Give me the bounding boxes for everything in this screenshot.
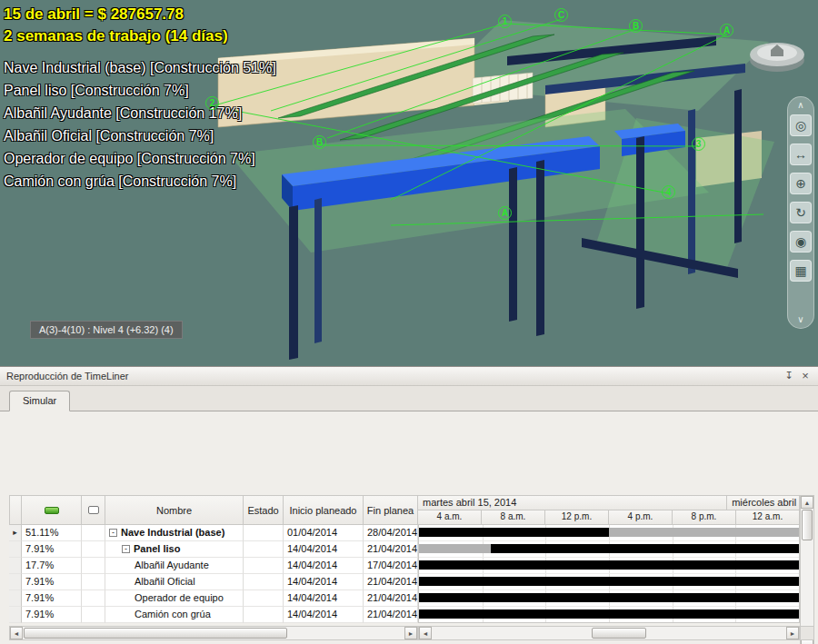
comment-cell[interactable] — [82, 541, 105, 558]
header-estado[interactable]: Estado — [244, 495, 284, 525]
collapse-icon[interactable]: - — [122, 545, 130, 553]
grid-axis-label: B — [313, 135, 326, 149]
gantt-tick-headers: 4 a.m.8 a.m.12 p.m.4 p.m.8 p.m.12 a.m. — [418, 510, 800, 525]
scroll-right-icon[interactable]: ► — [404, 627, 417, 639]
gantt-tick-label: 4 p.m. — [609, 510, 673, 525]
grid-axis-label: 3 — [692, 137, 705, 151]
gantt-task-bar — [419, 560, 799, 570]
gantt-task-bar — [419, 593, 799, 602]
gantt-task-bar — [419, 577, 799, 586]
gantt-row — [419, 558, 799, 574]
task-name-cell[interactable]: -Nave Industrial (base) — [105, 525, 244, 541]
task-name-cell[interactable]: Albañil Oficial — [105, 574, 244, 590]
estado-cell — [244, 590, 284, 607]
progress-bar-icon — [45, 507, 59, 514]
gantt-horizontal-scrollbar[interactable]: ◄ ► — [418, 626, 800, 640]
gantt-task-bar — [609, 528, 799, 537]
gantt-scroll-thumb[interactable] — [592, 628, 646, 639]
task-name-label: Camión con grúa — [135, 609, 211, 619]
table-horizontal-scrollbar[interactable]: ◄ ► — [9, 626, 418, 640]
look-icon[interactable]: ◉ — [790, 231, 812, 253]
header-comment[interactable] — [82, 495, 105, 525]
overlay-task-line: Operador de equipo [Construcción 7%] — [4, 147, 276, 170]
gantt-row — [419, 607, 799, 623]
task-name-label: Operador de equipo — [135, 592, 224, 603]
scroll-up-icon[interactable]: ▲ — [801, 496, 813, 509]
start-date-cell: 14/04/2014 — [284, 541, 364, 558]
task-name-label: Panel liso — [134, 543, 180, 554]
gantt-chart: martes abril 15, 2014miércoles abril 4 a… — [418, 495, 800, 623]
pan-icon[interactable]: ↔ — [790, 144, 812, 165]
navigation-bar[interactable]: ∧ ◎↔⊕↻◉▦ ∨ — [787, 96, 814, 329]
grid-axis-label: A — [498, 206, 512, 220]
estado-cell — [244, 574, 284, 590]
collapse-icon[interactable]: - — [109, 529, 117, 537]
grid-axis-label: B — [629, 19, 643, 33]
vertical-scroll-thumb[interactable] — [802, 510, 813, 540]
overlay-task-line: Nave Industrial (base) [Construcción 51%… — [4, 56, 276, 79]
grid-axis-label: A — [720, 24, 733, 37]
panel-header[interactable]: Reproducción de TimeLiner ↧ × — [0, 367, 818, 386]
comment-cell[interactable] — [82, 558, 105, 574]
row-indicator — [9, 541, 22, 558]
gantt-tick-label: 4 a.m. — [418, 510, 482, 525]
scroll-left-icon[interactable]: ◄ — [419, 627, 432, 639]
scroll-right-icon[interactable]: ► — [786, 627, 799, 639]
gantt-day-header: miércoles abril — [727, 495, 800, 510]
table-scroll-thumb[interactable] — [24, 628, 287, 639]
gantt-vertical-scrollbar[interactable]: ▲ ▼ — [800, 495, 814, 644]
comment-cell[interactable] — [82, 590, 105, 607]
row-indicator — [9, 607, 22, 623]
navbar-collapse-up-icon[interactable]: ∧ — [797, 100, 803, 111]
end-date-cell: 21/04/2014 — [364, 590, 418, 607]
navbar-collapse-down-icon[interactable]: ∨ — [797, 314, 803, 325]
zoom-icon[interactable]: ⊕ — [790, 173, 812, 194]
overlay-cost-line: 15 de abril = $ 287657.78 — [4, 4, 228, 25]
grid-axis-label: 4 — [662, 185, 675, 199]
grid-axis-label: C — [554, 8, 568, 22]
gantt-task-bar — [419, 528, 609, 537]
task-name-cell[interactable]: Camión con grúa — [105, 607, 244, 623]
end-date-cell: 21/04/2014 — [364, 541, 418, 558]
task-name-label: Albañil Oficial — [135, 576, 195, 587]
end-date-cell: 17/04/2014 — [364, 558, 418, 574]
window-pin-icon[interactable]: ↧ — [782, 369, 796, 383]
progress-cell: 51.11% — [22, 525, 82, 541]
grid-axis-label: 2 — [205, 96, 219, 110]
progress-cell: 7.91% — [22, 590, 82, 607]
task-name-cell[interactable]: Albañil Ayudante — [105, 558, 244, 574]
header-nombre[interactable]: Nombre — [105, 495, 244, 525]
3d-viewport[interactable]: 15 de abril = $ 287657.782 semanas de tr… — [0, 0, 818, 366]
overlay-task-line: Albañil Ayudante [Construcción 17%] — [4, 102, 276, 124]
gantt-row — [419, 525, 799, 541]
steering-wheel-icon[interactable]: ◎ — [790, 114, 812, 136]
orbit-icon[interactable]: ↻ — [790, 202, 812, 223]
panel-title: Reproducción de TimeLiner — [6, 371, 129, 381]
comment-cell[interactable] — [82, 574, 105, 590]
row-indicator — [9, 590, 22, 607]
header-gutter — [9, 495, 22, 525]
comment-cell[interactable] — [82, 525, 105, 541]
navbar-icons: ◎↔⊕↻◉▦ — [790, 111, 812, 285]
row-indicator — [9, 558, 22, 574]
start-date-cell: 01/04/2014 — [284, 525, 364, 541]
header-inicio[interactable]: Inicio planeado — [284, 495, 364, 525]
header-progress[interactable] — [22, 495, 82, 525]
row-indicator — [9, 574, 22, 590]
overlay-task-line: Camión con grúa [Construcción 7%] — [4, 170, 276, 193]
task-name-cell[interactable]: Operador de equipo — [105, 590, 244, 607]
header-fin[interactable]: Fin planea — [364, 495, 418, 525]
window-close-icon[interactable]: × — [798, 369, 813, 383]
scroll-left-icon[interactable]: ◄ — [10, 627, 23, 639]
gantt-body[interactable] — [418, 525, 800, 623]
gantt-day-headers: martes abril 15, 2014miércoles abril — [418, 495, 800, 510]
cost-overlay: 15 de abril = $ 287657.782 semanas de tr… — [4, 4, 228, 47]
gantt-row — [419, 541, 799, 558]
task-name-cell[interactable]: -Panel liso — [105, 541, 244, 558]
overlay-cost-line: 2 semanas de trabajo (14 días) — [4, 25, 228, 47]
perspective-icon[interactable]: ▦ — [790, 260, 812, 282]
gantt-task-bar — [419, 609, 799, 619]
tab-simular[interactable]: Simular — [9, 391, 70, 411]
comment-cell[interactable] — [82, 607, 105, 623]
start-date-cell: 14/04/2014 — [284, 574, 364, 590]
